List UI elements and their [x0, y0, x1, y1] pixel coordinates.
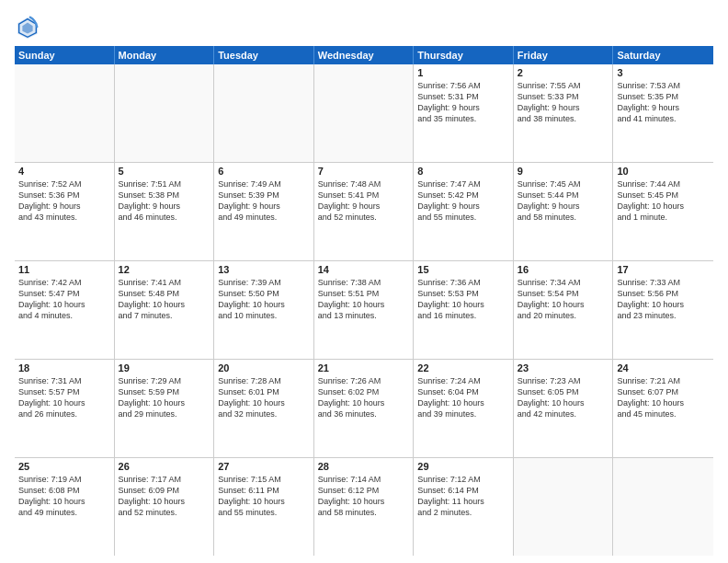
cal-cell: 14Sunrise: 7:38 AM Sunset: 5:51 PM Dayli… — [314, 261, 415, 359]
calendar-header: SundayMondayTuesdayWednesdayThursdayFrid… — [15, 46, 713, 64]
cal-cell: 15Sunrise: 7:36 AM Sunset: 5:53 PM Dayli… — [414, 261, 514, 359]
day-info: Sunrise: 7:29 AM Sunset: 5:59 PM Dayligh… — [119, 375, 210, 420]
day-info: Sunrise: 7:15 AM Sunset: 6:11 PM Dayligh… — [218, 474, 310, 519]
day-info: Sunrise: 7:34 AM Sunset: 5:54 PM Dayligh… — [518, 277, 609, 322]
day-number: 16 — [518, 264, 609, 275]
cal-cell: 28Sunrise: 7:14 AM Sunset: 6:12 PM Dayli… — [314, 458, 415, 556]
day-number: 22 — [417, 362, 509, 373]
cal-cell — [314, 64, 415, 162]
day-info: Sunrise: 7:47 AM Sunset: 5:42 PM Dayligh… — [417, 178, 509, 224]
day-number: 29 — [417, 461, 509, 472]
day-number: 27 — [218, 461, 310, 472]
day-number: 13 — [218, 264, 310, 275]
day-info: Sunrise: 7:42 AM Sunset: 5:47 PM Dayligh… — [18, 277, 110, 322]
cal-cell — [115, 64, 215, 162]
day-number: 3 — [617, 67, 710, 78]
header-day-tuesday: Tuesday — [214, 46, 314, 64]
cal-cell: 23Sunrise: 7:23 AM Sunset: 6:05 PM Dayli… — [514, 360, 614, 457]
day-number: 2 — [518, 67, 609, 78]
day-number: 21 — [318, 362, 410, 373]
day-info: Sunrise: 7:38 AM Sunset: 5:51 PM Dayligh… — [318, 277, 410, 322]
cal-cell: 18Sunrise: 7:31 AM Sunset: 5:57 PM Dayli… — [15, 360, 115, 457]
header-day-sunday: Sunday — [15, 46, 115, 64]
day-info: Sunrise: 7:49 AM Sunset: 5:39 PM Dayligh… — [218, 178, 310, 224]
calendar: SundayMondayTuesdayWednesdayThursdayFrid… — [15, 46, 713, 556]
cal-cell: 10Sunrise: 7:44 AM Sunset: 5:45 PM Dayli… — [613, 163, 713, 260]
cal-cell: 19Sunrise: 7:29 AM Sunset: 5:59 PM Dayli… — [115, 360, 215, 457]
cal-cell — [15, 64, 115, 162]
day-info: Sunrise: 7:33 AM Sunset: 5:56 PM Dayligh… — [617, 277, 710, 322]
day-number: 18 — [18, 362, 110, 373]
cal-cell — [214, 64, 314, 162]
day-number: 15 — [417, 264, 509, 275]
day-number: 11 — [18, 264, 110, 275]
day-number: 14 — [318, 264, 410, 275]
day-info: Sunrise: 7:55 AM Sunset: 5:33 PM Dayligh… — [518, 80, 609, 125]
day-info: Sunrise: 7:31 AM Sunset: 5:57 PM Dayligh… — [18, 375, 110, 420]
page: SundayMondayTuesdayWednesdayThursdayFrid… — [0, 0, 728, 563]
day-info: Sunrise: 7:19 AM Sunset: 6:08 PM Dayligh… — [18, 474, 110, 519]
cal-cell: 3Sunrise: 7:53 AM Sunset: 5:35 PM Daylig… — [613, 64, 713, 162]
day-number: 7 — [318, 166, 410, 177]
day-number: 8 — [417, 166, 509, 177]
day-info: Sunrise: 7:17 AM Sunset: 6:09 PM Dayligh… — [119, 474, 210, 519]
day-number: 10 — [617, 166, 710, 177]
day-number: 6 — [218, 166, 310, 177]
day-number: 25 — [18, 461, 110, 472]
day-info: Sunrise: 7:14 AM Sunset: 6:12 PM Dayligh… — [318, 474, 410, 519]
header-day-wednesday: Wednesday — [314, 46, 415, 64]
cal-cell: 12Sunrise: 7:41 AM Sunset: 5:48 PM Dayli… — [115, 261, 215, 359]
cal-cell: 22Sunrise: 7:24 AM Sunset: 6:04 PM Dayli… — [414, 360, 514, 457]
header-day-thursday: Thursday — [414, 46, 514, 64]
day-number: 23 — [518, 362, 609, 373]
day-info: Sunrise: 7:41 AM Sunset: 5:48 PM Dayligh… — [119, 277, 210, 322]
logo-icon — [15, 15, 40, 40]
day-number: 9 — [518, 166, 609, 177]
cal-cell: 17Sunrise: 7:33 AM Sunset: 5:56 PM Dayli… — [613, 261, 713, 359]
day-info: Sunrise: 7:45 AM Sunset: 5:44 PM Dayligh… — [518, 178, 609, 224]
day-number: 26 — [119, 461, 210, 472]
day-info: Sunrise: 7:26 AM Sunset: 6:02 PM Dayligh… — [318, 375, 410, 420]
week-3: 11Sunrise: 7:42 AM Sunset: 5:47 PM Dayli… — [15, 261, 713, 360]
cal-cell: 26Sunrise: 7:17 AM Sunset: 6:09 PM Dayli… — [115, 458, 215, 556]
cal-cell: 25Sunrise: 7:19 AM Sunset: 6:08 PM Dayli… — [15, 458, 115, 556]
cal-cell — [613, 458, 713, 556]
week-2: 4Sunrise: 7:52 AM Sunset: 5:36 PM Daylig… — [15, 163, 713, 261]
week-5: 25Sunrise: 7:19 AM Sunset: 6:08 PM Dayli… — [15, 458, 713, 556]
day-info: Sunrise: 7:23 AM Sunset: 6:05 PM Dayligh… — [518, 375, 609, 420]
calendar-body: 1Sunrise: 7:56 AM Sunset: 5:31 PM Daylig… — [15, 64, 713, 556]
day-number: 20 — [218, 362, 310, 373]
cal-cell: 2Sunrise: 7:55 AM Sunset: 5:33 PM Daylig… — [514, 64, 614, 162]
day-info: Sunrise: 7:28 AM Sunset: 6:01 PM Dayligh… — [218, 375, 310, 420]
day-info: Sunrise: 7:39 AM Sunset: 5:50 PM Dayligh… — [218, 277, 310, 322]
day-info: Sunrise: 7:52 AM Sunset: 5:36 PM Dayligh… — [18, 178, 110, 224]
cal-cell: 29Sunrise: 7:12 AM Sunset: 6:14 PM Dayli… — [414, 458, 514, 556]
cal-cell: 5Sunrise: 7:51 AM Sunset: 5:38 PM Daylig… — [115, 163, 215, 260]
day-number: 5 — [119, 166, 210, 177]
day-info: Sunrise: 7:24 AM Sunset: 6:04 PM Dayligh… — [417, 375, 509, 420]
header-day-monday: Monday — [115, 46, 215, 64]
day-info: Sunrise: 7:21 AM Sunset: 6:07 PM Dayligh… — [617, 375, 710, 420]
day-number: 4 — [18, 166, 110, 177]
cal-cell: 16Sunrise: 7:34 AM Sunset: 5:54 PM Dayli… — [514, 261, 614, 359]
day-number: 24 — [617, 362, 710, 373]
cal-cell: 11Sunrise: 7:42 AM Sunset: 5:47 PM Dayli… — [15, 261, 115, 359]
day-info: Sunrise: 7:48 AM Sunset: 5:41 PM Dayligh… — [318, 178, 410, 224]
cal-cell: 6Sunrise: 7:49 AM Sunset: 5:39 PM Daylig… — [214, 163, 314, 260]
cal-cell: 27Sunrise: 7:15 AM Sunset: 6:11 PM Dayli… — [214, 458, 314, 556]
day-number: 28 — [318, 461, 410, 472]
day-number: 19 — [119, 362, 210, 373]
header-day-friday: Friday — [514, 46, 614, 64]
cal-cell: 24Sunrise: 7:21 AM Sunset: 6:07 PM Dayli… — [613, 360, 713, 457]
header — [15, 11, 713, 40]
day-number: 1 — [417, 67, 509, 78]
cal-cell: 1Sunrise: 7:56 AM Sunset: 5:31 PM Daylig… — [414, 64, 514, 162]
cal-cell — [514, 458, 614, 556]
cal-cell: 20Sunrise: 7:28 AM Sunset: 6:01 PM Dayli… — [214, 360, 314, 457]
week-4: 18Sunrise: 7:31 AM Sunset: 5:57 PM Dayli… — [15, 360, 713, 458]
day-number: 12 — [119, 264, 210, 275]
day-info: Sunrise: 7:53 AM Sunset: 5:35 PM Dayligh… — [617, 80, 710, 125]
header-day-saturday: Saturday — [613, 46, 713, 64]
cal-cell: 21Sunrise: 7:26 AM Sunset: 6:02 PM Dayli… — [314, 360, 415, 457]
cal-cell: 4Sunrise: 7:52 AM Sunset: 5:36 PM Daylig… — [15, 163, 115, 260]
